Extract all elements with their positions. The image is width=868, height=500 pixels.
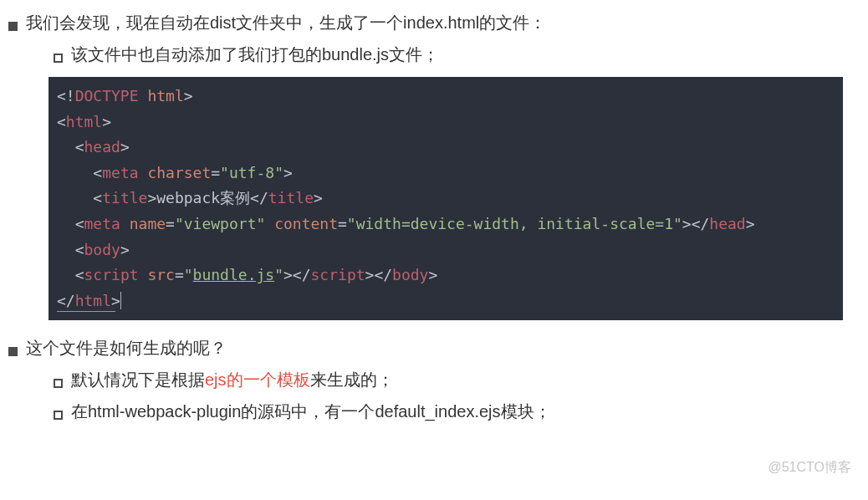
bullet-item-2: 这个文件是如何生成的呢？	[8, 332, 860, 364]
subbullet-square-icon	[54, 54, 63, 63]
code-string: "utf-8"	[220, 164, 283, 181]
code-space	[139, 87, 148, 105]
code-bracket: >	[184, 87, 193, 105]
code-tag: script	[311, 266, 365, 283]
code-block: <!DOCTYPE html> <html> <head> <meta char…	[49, 77, 843, 320]
code-bracket: >	[314, 189, 323, 207]
code-string: "viewport"	[175, 215, 265, 232]
code-bracket: >	[111, 292, 121, 309]
subbullet-2-text: 默认情况下是根据ejs的一个模板来生成的；	[71, 364, 394, 395]
code-quote: "	[184, 266, 193, 283]
code-tag: head	[84, 138, 120, 156]
subbullet-square-icon	[54, 411, 63, 420]
code-attr: charset	[147, 164, 211, 181]
code-bracket: >	[120, 241, 130, 258]
code-bracket: </	[374, 266, 392, 283]
code-bracket: </	[57, 292, 75, 309]
code-tag: body	[392, 266, 428, 283]
code-tag: html	[75, 292, 111, 309]
subbullet-item-1: 该文件中也自动添加了我们打包的bundle.js文件；	[54, 38, 860, 70]
code-attr: name	[130, 215, 166, 232]
code-bracket: <	[75, 215, 84, 232]
code-bracket: <	[57, 113, 66, 130]
code-attr: content	[274, 215, 338, 232]
cursor-highlight: </html>	[57, 292, 121, 309]
bullet-2-text: 这个文件是如何生成的呢？	[26, 332, 227, 364]
code-bracket: <	[75, 266, 84, 283]
subbullet-2-prefix: 默认情况下是根据	[71, 370, 205, 389]
code-bracket: >	[147, 189, 156, 207]
code-space	[120, 215, 130, 232]
subbullet-item-3: 在html-webpack-plugin的源码中，有一个default_inde…	[54, 395, 860, 427]
code-eq: =	[175, 266, 184, 283]
code-eq: =	[338, 215, 347, 232]
code-quote: "	[274, 266, 283, 283]
code-bracket: <	[93, 164, 102, 181]
code-tag: head	[709, 215, 745, 232]
code-bracket: <	[75, 241, 84, 258]
code-tag: meta	[102, 164, 138, 181]
code-bracket: </	[692, 215, 710, 232]
code-tag: meta	[84, 215, 120, 232]
code-indent	[57, 138, 75, 156]
code-space	[139, 266, 148, 283]
code-bracket: >	[428, 266, 437, 283]
code-tag: script	[84, 266, 139, 283]
code-attr: src	[147, 266, 175, 283]
code-bracket: <	[93, 189, 102, 207]
code-bracket: </	[250, 189, 268, 207]
code-bracket: >	[365, 266, 375, 283]
code-tag: body	[84, 241, 120, 258]
code-bracket: <	[75, 138, 84, 156]
code-doctype: DOCTYPE	[75, 87, 139, 105]
code-indent	[57, 215, 75, 232]
code-tag: html	[66, 113, 102, 130]
code-indent	[57, 241, 75, 258]
code-tag: title	[268, 189, 314, 207]
bullet-1-text: 我们会发现，现在自动在dist文件夹中，生成了一个index.html的文件：	[26, 7, 546, 38]
subbullet-2-highlight: ejs的一个模板	[205, 370, 310, 389]
subbullet-item-2: 默认情况下是根据ejs的一个模板来生成的；	[54, 364, 860, 395]
code-attr: html	[147, 87, 183, 105]
code-bracket: >	[682, 215, 692, 232]
code-link: bundle.js	[193, 266, 275, 283]
code-bracket: </	[293, 266, 311, 283]
code-eq: =	[166, 215, 175, 232]
code-bracket: >	[746, 215, 755, 232]
code-space	[139, 164, 148, 181]
code-indent	[57, 164, 93, 181]
subbullet-square-icon	[54, 379, 63, 388]
code-space	[265, 215, 274, 232]
code-tag: title	[102, 189, 147, 207]
code-bracket: >	[283, 164, 293, 181]
code-eq: =	[211, 164, 220, 181]
code-indent	[57, 266, 75, 283]
bullet-square-icon	[8, 22, 18, 31]
code-bracket: >	[120, 138, 130, 156]
code-bracket: >	[102, 113, 111, 130]
code-indent	[57, 189, 93, 207]
subbullet-3-text: 在html-webpack-plugin的源码中，有一个default_inde…	[71, 395, 551, 427]
code-text: webpack案例	[156, 189, 250, 207]
bullet-square-icon	[8, 347, 18, 356]
subbullet-1-text: 该文件中也自动添加了我们打包的bundle.js文件；	[71, 38, 439, 70]
code-bracket: >	[283, 266, 293, 283]
watermark: @51CTO博客	[768, 455, 851, 480]
code-bracket: <!	[57, 87, 75, 105]
bullet-item-1: 我们会发现，现在自动在dist文件夹中，生成了一个index.html的文件：	[8, 7, 860, 38]
subbullet-2-suffix: 来生成的；	[310, 370, 394, 389]
code-string: "width=device-width, initial-scale=1"	[347, 215, 682, 232]
